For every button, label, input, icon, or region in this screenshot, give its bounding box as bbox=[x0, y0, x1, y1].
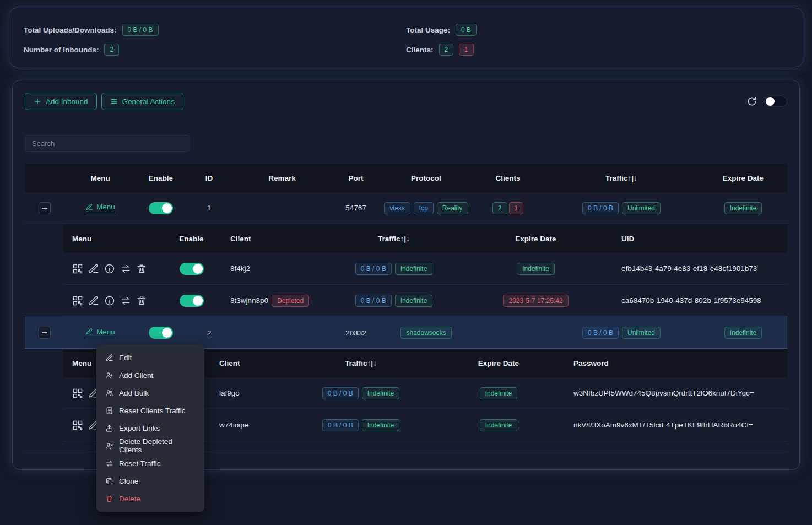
protocol-badge: Reality bbox=[437, 202, 468, 214]
collapse-button[interactable] bbox=[39, 327, 51, 339]
reset-traffic-icon[interactable] bbox=[120, 263, 131, 274]
stats-grid: Total Uploads/Downloads: 0 B / 0 B Total… bbox=[24, 24, 788, 56]
trash-icon[interactable] bbox=[136, 295, 147, 306]
edit-icon[interactable] bbox=[88, 295, 99, 306]
clients-online-badge: 2 bbox=[492, 202, 507, 214]
toolbar: Add Inbound General Actions bbox=[25, 93, 787, 110]
qr-code-icon[interactable] bbox=[72, 420, 83, 431]
client-actions bbox=[63, 295, 168, 306]
stat-label: Total Uploads/Downloads: bbox=[24, 26, 117, 34]
stat-label: Number of Inbounds: bbox=[24, 46, 99, 54]
enable-toggle[interactable] bbox=[180, 263, 204, 275]
delete-depleted-clients-icon bbox=[105, 442, 113, 450]
password-value: nkV/l/3XoAm9v6xMT/T5lcrF4TpeTKF98rHARbRo… bbox=[562, 421, 787, 429]
protocol-badge: shadowsocks bbox=[400, 327, 451, 339]
reset-traffic-icon[interactable] bbox=[120, 295, 131, 306]
expire-badge: Indefinite bbox=[724, 202, 762, 214]
info-icon[interactable] bbox=[104, 295, 115, 306]
traffic-cell: 0 B / 0 B Indefinite bbox=[317, 295, 471, 307]
trash-icon[interactable] bbox=[136, 263, 147, 274]
port-cell: 54767 bbox=[332, 204, 380, 212]
traffic-cell: 0 B / 0 B Indefinite bbox=[286, 387, 435, 399]
protocol-cell: shadowsocks bbox=[380, 327, 472, 339]
context-menu-item-export-links[interactable]: Export Links bbox=[96, 419, 204, 437]
enable-cell bbox=[136, 327, 186, 339]
enable-toggle[interactable] bbox=[149, 202, 173, 214]
stat-label: Total Usage: bbox=[406, 26, 450, 34]
protocol-cell: vless tcp Reality bbox=[380, 202, 472, 214]
col-menu: Menu bbox=[64, 174, 136, 182]
plus-icon bbox=[34, 98, 41, 105]
expire-cell: 2023-5-7 17:25:42 bbox=[471, 295, 600, 307]
inbound-menu-button[interactable]: Menu bbox=[85, 203, 115, 213]
context-menu-item-reset-traffic[interactable]: Reset Traffic bbox=[96, 454, 204, 472]
context-menu-item-clone[interactable]: Clone bbox=[96, 472, 204, 490]
client-name: 8f4kj2 bbox=[215, 264, 317, 273]
menu-item-label: Delete Depleted Clients bbox=[119, 437, 196, 454]
export-links-icon bbox=[105, 424, 113, 432]
stat-number-of-inbounds: Number of Inbounds: 2 bbox=[24, 44, 406, 56]
qr-code-icon[interactable] bbox=[72, 295, 83, 306]
traffic-cell: 0 B / 0 B Indefinite bbox=[317, 263, 471, 275]
edit-icon bbox=[85, 328, 93, 335]
menu-item-label: Clone bbox=[119, 477, 138, 485]
stat-clients: Clients: 2 1 bbox=[406, 44, 788, 56]
expire-badge: Indefinite bbox=[480, 419, 518, 431]
qr-code-icon[interactable] bbox=[72, 263, 83, 274]
clients-active-badge: 2 bbox=[439, 44, 454, 56]
context-menu-item-edit[interactable]: Edit bbox=[96, 349, 204, 366]
edit-icon[interactable] bbox=[88, 263, 99, 274]
traffic-limit-badge: Indefinite bbox=[395, 263, 433, 275]
enable-cell bbox=[168, 295, 215, 307]
context-menu-item-add-bulk[interactable]: Add Bulk bbox=[96, 384, 204, 402]
minus-icon bbox=[42, 208, 47, 209]
hamburger-icon bbox=[110, 98, 118, 105]
enable-cell bbox=[136, 202, 186, 214]
search-input[interactable] bbox=[25, 135, 190, 152]
general-actions-label: General Actions bbox=[122, 98, 175, 106]
expire-badge: Indefinite bbox=[517, 263, 555, 275]
client-row: 8f4kj2 0 B / 0 B Indefinite Indefinite e… bbox=[63, 253, 787, 285]
traffic-cell: 0 B / 0 B Unlimited bbox=[544, 202, 699, 214]
refresh-icon[interactable] bbox=[746, 96, 757, 107]
info-icon[interactable] bbox=[104, 263, 115, 274]
traffic-cell: 0 B / 0 B Indefinite bbox=[286, 419, 435, 431]
menu-item-label: Reset Clients Traffic bbox=[119, 407, 186, 415]
menu-cell: Menu bbox=[64, 328, 136, 338]
enable-toggle[interactable] bbox=[149, 327, 173, 339]
qr-code-icon[interactable] bbox=[72, 388, 83, 399]
expire-cell: Indefinite bbox=[435, 419, 562, 431]
context-menu-item-delete-depleted-clients[interactable]: Delete Depleted Clients bbox=[96, 437, 204, 454]
client-name: 8t3wjnn8p0 bbox=[230, 296, 268, 305]
traffic-limit-badge: Unlimited bbox=[622, 327, 661, 339]
client-name: laf9go bbox=[215, 389, 286, 397]
id-cell: 1 bbox=[186, 204, 232, 212]
uid-value: ca68470b-1940-437d-802b-1f9573e94598 bbox=[600, 296, 787, 305]
col-enable: Enable bbox=[136, 174, 186, 182]
general-actions-button[interactable]: General Actions bbox=[101, 93, 183, 110]
context-menu-item-delete[interactable]: Delete bbox=[96, 490, 204, 507]
clients-table-header: Menu Enable Client Traffic↑|↓ Expire Dat… bbox=[63, 224, 787, 253]
toolbar-right bbox=[746, 96, 787, 107]
traffic-limit-badge: Indefinite bbox=[362, 387, 400, 399]
reset-clients-traffic-icon bbox=[105, 407, 113, 415]
context-menu-item-add-client[interactable]: Add Client bbox=[96, 366, 204, 384]
collapse-button[interactable] bbox=[39, 202, 51, 214]
col-id: ID bbox=[186, 174, 232, 182]
menu-item-label: Export Links bbox=[119, 424, 160, 432]
col-expire-date: Expire Date bbox=[435, 359, 562, 367]
add-inbound-button[interactable]: Add Inbound bbox=[25, 93, 97, 110]
col-enable: Enable bbox=[168, 235, 215, 243]
theme-toggle[interactable] bbox=[764, 96, 787, 107]
inbound-menu-label: Menu bbox=[96, 203, 115, 211]
inbound-menu-button[interactable]: Menu bbox=[85, 328, 115, 338]
enable-toggle[interactable] bbox=[180, 295, 204, 307]
expand-cell bbox=[25, 202, 64, 214]
context-menu-item-reset-clients-traffic[interactable]: Reset Clients Traffic bbox=[96, 402, 204, 419]
traffic-badge: 0 B / 0 B bbox=[355, 263, 392, 275]
expire-cell: Indefinite bbox=[435, 387, 562, 399]
client-row: 8t3wjnn8p0 Depleted 0 B / 0 B Indefinite… bbox=[63, 285, 787, 317]
expand-cell bbox=[25, 327, 64, 339]
traffic-limit-badge: Unlimited bbox=[622, 202, 661, 214]
edit-icon bbox=[85, 203, 93, 211]
